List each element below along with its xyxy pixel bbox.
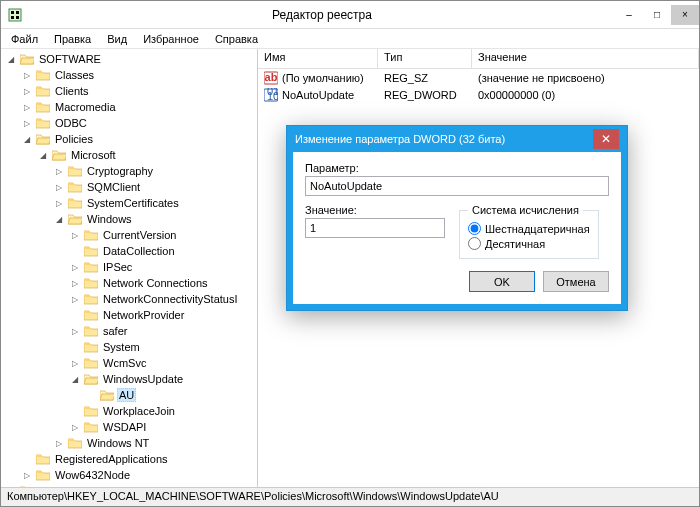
radix-group: Система исчисления Шестнадцатеричная Дес… <box>459 204 599 259</box>
menu-help[interactable]: Справка <box>209 31 264 47</box>
folder-icon <box>68 197 82 209</box>
tree-item-system[interactable]: System <box>69 339 257 355</box>
folder-icon <box>36 85 50 97</box>
folder-icon <box>84 341 98 353</box>
dialog-title: Изменение параметра DWORD (32 бита) <box>295 133 593 145</box>
tree-item-registeredapps[interactable]: RegisteredApplications <box>21 451 257 467</box>
tree-item-classes[interactable]: Classes <box>21 67 257 83</box>
radix-hex-radio[interactable] <box>468 222 481 235</box>
ok-button[interactable]: OK <box>469 271 535 292</box>
radix-dec-option[interactable]: Десятичная <box>468 237 590 250</box>
svg-rect-8 <box>11 16 14 19</box>
folder-icon <box>100 389 114 401</box>
svg-rect-5 <box>9 9 21 21</box>
titlebar: Редактор реестра – □ × <box>1 1 699 29</box>
menu-view[interactable]: Вид <box>101 31 133 47</box>
folder-icon <box>84 245 98 257</box>
tree-item-windowsnt[interactable]: Windows NT <box>53 435 257 451</box>
param-label: Параметр: <box>305 162 609 174</box>
value-name: NoAutoUpdate <box>282 89 354 101</box>
tree-item-wcmsvc[interactable]: WcmSvc <box>69 355 257 371</box>
tree-item-policies[interactable]: Policies <box>21 131 257 147</box>
menu-edit[interactable]: Правка <box>48 31 97 47</box>
folder-icon <box>84 309 98 321</box>
tree-item-microsoft[interactable]: Microsoft <box>37 147 257 163</box>
minimize-button[interactable]: – <box>615 5 643 25</box>
folder-icon <box>36 133 50 145</box>
folder-icon <box>84 373 98 385</box>
tree-item-currentversion[interactable]: CurrentVersion <box>69 227 257 243</box>
svg-rect-6 <box>11 11 14 14</box>
tree-item-networkconnections[interactable]: Network Connections <box>69 275 257 291</box>
tree-item-systemkey[interactable]: SYSTEM <box>5 483 257 487</box>
folder-icon <box>36 69 50 81</box>
tree-item-au[interactable]: AU <box>85 387 257 403</box>
value-data: (значение не присвоено) <box>472 72 699 84</box>
radix-dec-radio[interactable] <box>468 237 481 250</box>
svg-rect-9 <box>16 16 19 19</box>
radix-legend: Система исчисления <box>468 204 583 216</box>
value-type: REG_DWORD <box>378 89 472 101</box>
tree-item-datacollection[interactable]: DataCollection <box>69 243 257 259</box>
folder-icon <box>68 213 82 225</box>
param-name-field[interactable] <box>305 176 609 196</box>
folder-icon <box>68 165 82 177</box>
value-label: Значение: <box>305 204 445 216</box>
tree-item-networkconnectivity[interactable]: NetworkConnectivityStatusI <box>69 291 257 307</box>
tree-item-networkprovider[interactable]: NetworkProvider <box>69 307 257 323</box>
list-header: Имя Тип Значение <box>258 49 699 69</box>
menu-favorites[interactable]: Избранное <box>137 31 205 47</box>
folder-icon <box>20 485 34 487</box>
tree-item-software[interactable]: SOFTWARE <box>5 51 257 67</box>
folder-icon <box>84 325 98 337</box>
close-button[interactable]: × <box>671 5 699 25</box>
dialog-close-button[interactable]: ✕ <box>593 129 619 149</box>
cancel-button[interactable]: Отмена <box>543 271 609 292</box>
value-name: (По умолчанию) <box>282 72 364 84</box>
statusbar: Компьютер\HKEY_LOCAL_MACHINE\SOFTWARE\Po… <box>1 487 699 506</box>
list-row[interactable]: (По умолчанию) REG_SZ (значение не присв… <box>258 69 699 86</box>
col-value[interactable]: Значение <box>472 49 699 68</box>
folder-icon <box>84 261 98 273</box>
menubar: Файл Правка Вид Избранное Справка <box>1 29 699 49</box>
menu-file[interactable]: Файл <box>5 31 44 47</box>
regedit-icon <box>7 7 23 23</box>
tree-item-odbc[interactable]: ODBC <box>21 115 257 131</box>
folder-icon <box>52 149 66 161</box>
folder-icon <box>84 229 98 241</box>
folder-icon <box>84 357 98 369</box>
tree-item-cryptography[interactable]: Cryptography <box>53 163 257 179</box>
folder-icon <box>84 293 98 305</box>
tree-item-wow6432[interactable]: Wow6432Node <box>21 467 257 483</box>
tree-pane[interactable]: SOFTWARE Classes Clients Macromedia ODBC… <box>1 49 258 487</box>
tree-item-workplacejoin[interactable]: WorkplaceJoin <box>69 403 257 419</box>
folder-icon <box>68 437 82 449</box>
list-row[interactable]: NoAutoUpdate REG_DWORD 0x00000000 (0) <box>258 86 699 103</box>
maximize-button[interactable]: □ <box>643 5 671 25</box>
folder-icon <box>36 101 50 113</box>
value-data-field[interactable] <box>305 218 445 238</box>
folder-icon <box>36 453 50 465</box>
svg-rect-7 <box>16 11 19 14</box>
folder-icon <box>84 405 98 417</box>
folder-icon <box>84 277 98 289</box>
tree-item-safer[interactable]: safer <box>69 323 257 339</box>
tree-item-sqmclient[interactable]: SQMClient <box>53 179 257 195</box>
window-title: Редактор реестра <box>29 8 615 22</box>
value-type: REG_SZ <box>378 72 472 84</box>
col-type[interactable]: Тип <box>378 49 472 68</box>
edit-dword-dialog: Изменение параметра DWORD (32 бита) ✕ Па… <box>286 125 628 311</box>
tree-item-windowsupdate[interactable]: WindowsUpdate <box>69 371 257 387</box>
radix-hex-option[interactable]: Шестнадцатеричная <box>468 222 590 235</box>
tree-item-wsdapi[interactable]: WSDAPI <box>69 419 257 435</box>
tree-item-clients[interactable]: Clients <box>21 83 257 99</box>
col-name[interactable]: Имя <box>258 49 378 68</box>
tree-item-systemcertificates[interactable]: SystemCertificates <box>53 195 257 211</box>
string-value-icon <box>264 71 278 85</box>
folder-icon <box>20 53 34 65</box>
tree-item-windows[interactable]: Windows <box>53 211 257 227</box>
tree-item-macromedia[interactable]: Macromedia <box>21 99 257 115</box>
tree-item-ipsec[interactable]: IPSec <box>69 259 257 275</box>
folder-icon <box>84 421 98 433</box>
dialog-titlebar[interactable]: Изменение параметра DWORD (32 бита) ✕ <box>287 126 627 152</box>
